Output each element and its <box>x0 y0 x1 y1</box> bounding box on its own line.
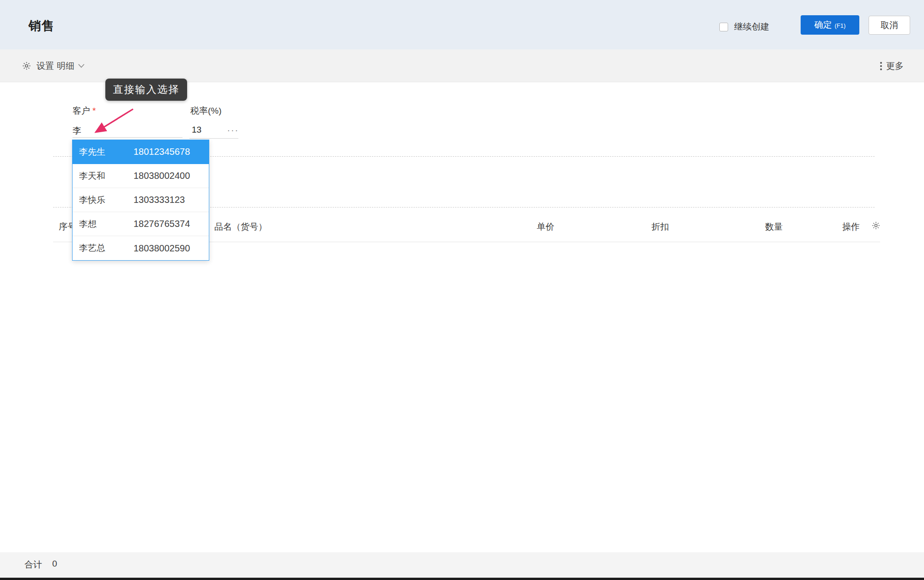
cancel-button[interactable]: 取消 <box>869 16 910 35</box>
total-value: 0 <box>52 559 57 569</box>
column-header-discount: 折扣 <box>651 221 669 233</box>
column-header-quantity: 数量 <box>765 221 783 233</box>
column-header-actions: 操作 <box>842 221 860 233</box>
tooltip: 直接输入选择 <box>105 79 187 101</box>
more-label: 更多 <box>886 60 904 72</box>
detail-label: 明细 <box>57 60 74 72</box>
tooltip-text: 直接输入选择 <box>113 83 180 97</box>
more-button[interactable]: 更多 <box>880 49 904 82</box>
continue-create-label: 继续创建 <box>734 21 769 33</box>
confirm-button[interactable]: 确定 (F1) <box>801 15 859 35</box>
dropdown-item[interactable]: 李想 18276765374 <box>73 212 209 236</box>
tax-rate-label: 税率(%) <box>190 105 222 117</box>
detail-dropdown-button[interactable]: 明细 <box>57 49 85 82</box>
dropdown-item[interactable]: 李艺总 18038002590 <box>73 236 209 260</box>
customer-suggestion-dropdown: 李先生 18012345678 李天和 18038002400 李快乐 1303… <box>72 140 209 261</box>
dropdown-item[interactable]: 李先生 18012345678 <box>73 140 209 164</box>
sales-create-page: 销售 继续创建 确定 (F1) 取消 设置 明细 <box>0 0 924 580</box>
toolbar: 设置 明细 更多 <box>0 49 924 82</box>
confirm-button-hotkey: (F1) <box>835 22 846 29</box>
column-header-unit-price: 单价 <box>537 221 554 233</box>
tax-rate-input[interactable]: 13 <box>192 125 201 135</box>
checkbox-box[interactable] <box>719 23 728 31</box>
settings-button[interactable]: 设置 <box>22 49 54 82</box>
settings-label: 设置 <box>36 60 54 72</box>
dropdown-item[interactable]: 李天和 18038002400 <box>73 164 209 188</box>
bottom-strip <box>0 578 924 580</box>
tax-rate-input-underline <box>189 138 238 139</box>
customer-input[interactable]: 李 <box>73 125 81 137</box>
page-title: 销售 <box>29 18 55 34</box>
page-header: 销售 继续创建 确定 (F1) 取消 <box>0 0 924 49</box>
gear-icon <box>22 61 31 71</box>
total-label: 合计 <box>24 559 42 571</box>
chevron-down-icon <box>78 64 85 68</box>
tax-rate-more-icon[interactable]: ... <box>227 123 239 134</box>
continue-create-checkbox[interactable]: 继续创建 <box>719 21 769 33</box>
dropdown-item[interactable]: 李快乐 1303333123 <box>73 188 209 212</box>
annotation-arrow-icon <box>89 105 141 139</box>
confirm-button-label: 确定 <box>815 19 832 31</box>
kebab-vertical-icon <box>880 61 882 71</box>
cancel-button-label: 取消 <box>881 19 898 31</box>
table-settings-gear-icon[interactable] <box>871 221 881 230</box>
column-header-product: 品名（货号） <box>214 221 267 233</box>
footer-total-bar: 合计 0 <box>0 552 924 578</box>
